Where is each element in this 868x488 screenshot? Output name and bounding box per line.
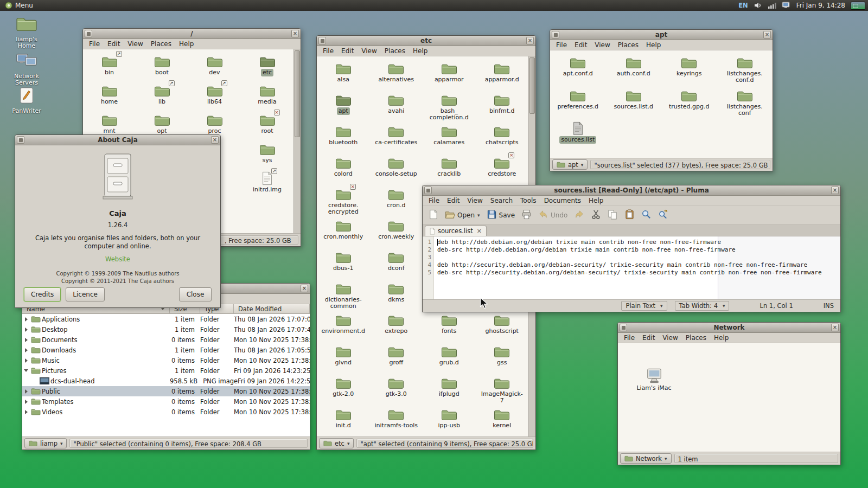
menu-file[interactable]: File bbox=[620, 333, 639, 342]
applications-menu[interactable]: Menu bbox=[0, 0, 38, 11]
column-header-date[interactable]: Date Modified bbox=[234, 304, 310, 314]
menu-file[interactable]: File bbox=[425, 196, 443, 205]
icon-bash_completion.d[interactable]: bash_​completion.​d bbox=[423, 92, 476, 124]
expander-collapsed-icon[interactable] bbox=[22, 358, 30, 363]
window-menu-button[interactable] bbox=[620, 324, 627, 331]
window-menu-button[interactable] bbox=[85, 30, 92, 37]
tab-sources-list[interactable]: sources.list ✕ bbox=[425, 226, 487, 236]
icon-ipp-usb[interactable]: ipp-​usb bbox=[423, 407, 476, 436]
icon-calamares[interactable]: calamares bbox=[423, 124, 476, 155]
toolbar-paste-button[interactable] bbox=[622, 207, 637, 223]
list-row-desktop[interactable]: Desktop1 itemFolderThu 08 Jan 2026 17:07… bbox=[22, 324, 310, 335]
icon-ca-certificates[interactable]: ca-​certificates bbox=[370, 124, 423, 155]
icon-console-setup[interactable]: console-​setup bbox=[370, 155, 423, 187]
window-menu-button[interactable] bbox=[552, 31, 559, 38]
toolbar-print-button[interactable] bbox=[519, 207, 534, 223]
desktop-icon-liamp-s-home[interactable]: liamp's Home bbox=[5, 15, 48, 50]
menu-help[interactable]: Help bbox=[409, 47, 431, 55]
menu-view[interactable]: View bbox=[358, 47, 380, 55]
icon-groff[interactable]: groff bbox=[370, 344, 423, 375]
menu-search[interactable]: Search bbox=[487, 196, 516, 205]
titlebar[interactable]: apt × bbox=[550, 30, 773, 40]
icon-chatscripts[interactable]: chatscripts bbox=[476, 124, 529, 155]
icon-lib64[interactable]: ↗lib64 bbox=[188, 83, 241, 112]
toolbar-open-button[interactable]: Open▾ bbox=[442, 207, 483, 223]
close-icon[interactable]: × bbox=[291, 30, 299, 37]
icon-alsa[interactable]: alsa bbox=[317, 61, 370, 92]
close-icon[interactable]: × bbox=[211, 136, 219, 144]
icon-avahi[interactable]: avahi bbox=[370, 92, 423, 124]
close-icon[interactable]: × bbox=[763, 31, 771, 38]
location-button[interactable]: liamp▾ bbox=[24, 438, 67, 448]
icon-listchanges.conf[interactable]: listchanges.​conf bbox=[717, 88, 773, 121]
icon-credstore.encrypted[interactable]: ×credstore.​encrypted bbox=[317, 187, 370, 218]
expander-collapsed-icon[interactable] bbox=[22, 400, 30, 404]
text-editor[interactable]: 12345 deb http://deb.debian.org/debian t… bbox=[423, 236, 840, 299]
close-icon[interactable]: × bbox=[831, 324, 839, 331]
location-button[interactable]: apt▾ bbox=[552, 159, 588, 170]
titlebar[interactable]: About Caja × bbox=[15, 135, 220, 145]
icon-keyrings[interactable]: keyrings bbox=[661, 55, 717, 88]
icon-auth.conf.d[interactable]: auth.​conf.​d bbox=[606, 55, 662, 88]
close-icon[interactable]: × bbox=[526, 37, 534, 44]
scrollbar-thumb[interactable] bbox=[295, 50, 300, 137]
list-row-documents[interactable]: Documents0 itemsFolderMon 10 Nov 2025 17… bbox=[22, 335, 310, 345]
icon-bin[interactable]: ↗bin bbox=[83, 54, 136, 83]
icon-apt.conf.d[interactable]: apt.​conf.​d bbox=[550, 55, 606, 88]
icon-preferences.d[interactable]: preferences.​d bbox=[550, 88, 606, 121]
list-row-dcs-dual-head[interactable]: dcs-dual-head958.5 kBPNG imageFri 09 Jan… bbox=[22, 376, 310, 386]
expander-collapsed-icon[interactable] bbox=[22, 328, 30, 332]
icon-dictionaries-common[interactable]: dictionaries-​common bbox=[317, 281, 370, 312]
menu-places[interactable]: Places bbox=[614, 41, 642, 49]
scrollbar-thumb[interactable] bbox=[529, 57, 535, 114]
keyboard-layout-indicator[interactable]: EN bbox=[738, 2, 748, 9]
menu-tools[interactable]: Tools bbox=[516, 196, 540, 205]
clock[interactable]: Fri Jan 9, 14:28 bbox=[796, 2, 845, 9]
expander-collapsed-icon[interactable] bbox=[22, 317, 30, 322]
toolbar-new-document-button[interactable] bbox=[425, 207, 441, 223]
toolbar-copy-button[interactable] bbox=[605, 207, 621, 223]
icon-binfmt.d[interactable]: binfmt.​d bbox=[476, 92, 529, 124]
icon-cracklib[interactable]: cracklib bbox=[423, 155, 476, 187]
menu-view[interactable]: View bbox=[659, 333, 681, 342]
vertical-scrollbar[interactable] bbox=[293, 49, 301, 233]
icon-root[interactable]: ×root bbox=[241, 112, 293, 142]
icon-sources.list.d[interactable]: sources.​list.​d bbox=[606, 88, 662, 121]
menu-view[interactable]: View bbox=[124, 40, 146, 48]
menu-places[interactable]: Places bbox=[381, 47, 409, 55]
list-row-videos[interactable]: Videos0 itemsFolderMon 10 Nov 2025 17:38… bbox=[22, 407, 310, 417]
icon-dconf[interactable]: dconf bbox=[370, 249, 423, 281]
menu-edit[interactable]: Edit bbox=[443, 196, 463, 205]
licence-button[interactable]: Licence bbox=[66, 287, 105, 301]
icon-colord[interactable]: colord bbox=[317, 155, 370, 187]
list-row-public[interactable]: Public0 itemsFolderMon 10 Nov 2025 17:38… bbox=[22, 386, 310, 396]
icon-alternatives[interactable]: alternatives bbox=[370, 61, 423, 92]
icon-gss[interactable]: gss bbox=[476, 344, 529, 375]
icon-ImageMagick-7[interactable]: ImageMagick-​7 bbox=[476, 375, 529, 407]
workspace-switcher[interactable] bbox=[851, 2, 865, 10]
menu-help[interactable]: Help bbox=[585, 196, 607, 205]
menu-edit[interactable]: Edit bbox=[104, 40, 124, 48]
display-icon[interactable] bbox=[782, 2, 791, 9]
icon-sys[interactable]: sys bbox=[241, 142, 293, 171]
icon-gtk-2.0[interactable]: gtk-​2.​0 bbox=[317, 375, 370, 407]
icon-gtk-3.0[interactable]: gtk-​3.​0 bbox=[370, 375, 423, 407]
list-row-templates[interactable]: Templates0 itemsFolderMon 10 Nov 2025 17… bbox=[22, 396, 310, 407]
list-row-music[interactable]: Music0 itemsFolderMon 10 Nov 2025 17:38:… bbox=[22, 355, 310, 365]
titlebar[interactable]: Network × bbox=[618, 323, 840, 333]
icon-environment.d[interactable]: environment.​d bbox=[317, 312, 370, 344]
icon-cron.monthly[interactable]: cron.​monthly bbox=[317, 218, 370, 249]
desktop-icon-panwriter[interactable]: PanWriter bbox=[5, 87, 48, 114]
toolbar-cut-button[interactable] bbox=[588, 207, 604, 223]
desktop-icon-network-servers[interactable]: Network Servers bbox=[5, 52, 48, 87]
menu-edit[interactable]: Edit bbox=[639, 333, 659, 342]
icon-home[interactable]: home bbox=[83, 83, 136, 112]
icon-dkms[interactable]: dkms bbox=[370, 281, 423, 312]
icon-media[interactable]: media bbox=[241, 83, 293, 112]
icon-trusted.gpg.d[interactable]: trusted.​gpg.​d bbox=[661, 88, 717, 121]
icon-apparmor.d[interactable]: apparmor.​d bbox=[476, 61, 529, 92]
close-icon[interactable]: × bbox=[831, 187, 839, 194]
menu-file[interactable]: File bbox=[319, 47, 337, 55]
menu-help[interactable]: Help bbox=[175, 40, 197, 48]
close-button[interactable]: Close bbox=[179, 287, 212, 301]
